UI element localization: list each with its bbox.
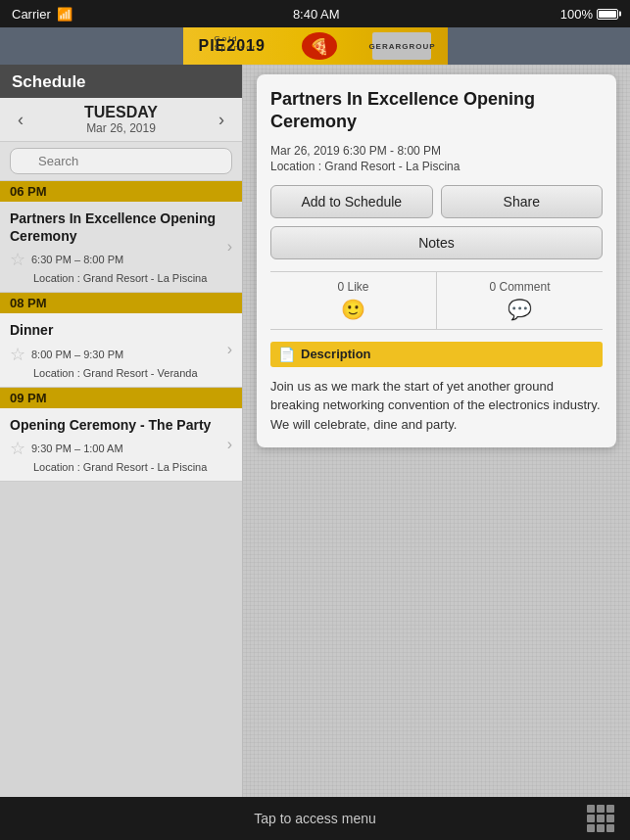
next-day-button[interactable]: › [213,108,230,132]
day-nav-title: TUESDAY Mar 26, 2019 [84,104,158,135]
item-content: Partners In Excellence Opening Ceremony … [10,210,223,284]
item-location: Location : Grand Resort - La Piscina [33,272,223,284]
status-bar: Carrier 📶 8:40 AM 100% [0,0,630,27]
schedule-list: 06 PM Partners In Excellence Opening Cer… [0,181,242,797]
main-content: Schedule ‹ TUESDAY Mar 26, 2019 › 🔍 06 P… [0,65,630,797]
prev-day-button[interactable]: ‹ [12,108,29,132]
comment-icon[interactable]: 💬 [508,298,532,321]
item-time: 8:00 PM – 9:30 PM [31,349,123,360]
schedule-item[interactable]: Partners In Excellence Opening Ceremony … [0,202,242,293]
banner-right-logo: GERARGROUP [372,32,431,60]
banner: PIE2019 Gold Sponsor 🍕 GERARGROUP [183,27,448,65]
tap-menu-text[interactable]: Tap to access menu [254,811,376,826]
notes-button[interactable]: Notes [270,226,603,259]
bottom-bar: Tap to access menu [0,797,630,840]
time-label: 8:40 AM [293,7,340,22]
day-date: Mar 26, 2019 [84,121,158,135]
schedule-item[interactable]: Dinner ☆ 8:00 PM – 9:30 PM Location : Gr… [0,313,242,387]
comment-section: 0 Comment 💬 [437,272,603,329]
banner-subtext: Gold Sponsor [215,34,266,52]
status-bar-left: Carrier 📶 [12,7,73,22]
action-buttons: Add to Schedule Share [270,185,603,218]
star-icon: ☆ [10,344,25,365]
status-bar-right: 100% [560,7,618,22]
item-arrow: › [227,210,232,284]
detail-title: Partners In Excellence Opening Ceremony [270,88,603,134]
item-arrow: › [227,321,232,378]
schedule-sidebar: Schedule ‹ TUESDAY Mar 26, 2019 › 🔍 06 P… [0,65,243,797]
detail-card: Partners In Excellence Opening Ceremony … [257,74,616,447]
star-icon: ☆ [10,438,25,459]
item-time: 6:30 PM – 8:00 PM [31,254,123,265]
day-name: TUESDAY [84,104,158,121]
comment-count: 0 Comment [489,280,550,294]
item-content: Dinner ☆ 8:00 PM – 9:30 PM Location : Gr… [10,321,223,378]
item-location: Location : Grand Resort - La Piscina [33,461,223,473]
item-time: 9:30 PM – 1:00 AM [31,443,123,454]
item-title: Partners In Excellence Opening Ceremony [10,210,223,245]
item-meta: ☆ 9:30 PM – 1:00 AM [10,438,223,459]
time-header-08pm: 08 PM [0,293,242,313]
item-meta: ☆ 6:30 PM – 8:00 PM [10,249,223,270]
like-icon[interactable]: 🙂 [341,298,365,321]
search-input[interactable] [10,148,232,174]
banner-emblem: 🍕 [302,32,337,60]
battery-percent: 100% [560,7,593,22]
wifi-icon: 📶 [57,7,73,22]
item-arrow: › [227,416,232,473]
description-text: Join us as we mark the start of yet anot… [270,377,603,435]
item-title: Dinner [10,321,223,339]
schedule-title: Schedule [12,72,86,91]
search-bar: 🔍 [0,142,242,181]
like-count: 0 Like [337,280,368,294]
detail-panel: Partners In Excellence Opening Ceremony … [243,65,630,797]
add-to-schedule-button[interactable]: Add to Schedule [270,185,433,218]
social-row: 0 Like 🙂 0 Comment 💬 [270,271,603,330]
detail-datetime: Mar 26, 2019 6:30 PM - 8:00 PM [270,144,603,158]
battery-icon [597,9,618,20]
item-meta: ☆ 8:00 PM – 9:30 PM [10,344,223,365]
time-header-09pm: 09 PM [0,388,242,408]
share-button[interactable]: Share [441,185,604,218]
description-header: 📄 Description [270,342,603,367]
description-icon: 📄 [278,347,295,362]
item-location: Location : Grand Resort - Veranda [33,367,223,379]
like-section: 0 Like 🙂 [270,272,437,329]
description-label: Description [301,347,371,361]
schedule-header: Schedule [0,65,242,98]
item-title: Opening Ceremony - The Party [10,416,223,434]
carrier-label: Carrier [12,7,51,22]
item-content: Opening Ceremony - The Party ☆ 9:30 PM –… [10,416,223,473]
time-header-06pm: 06 PM [0,181,242,202]
grid-menu-icon[interactable] [587,805,614,832]
day-nav: ‹ TUESDAY Mar 26, 2019 › [0,98,242,142]
star-icon: ☆ [10,249,25,270]
schedule-item[interactable]: Opening Ceremony - The Party ☆ 9:30 PM –… [0,408,242,482]
detail-location: Location : Grand Resort - La Piscina [270,160,603,173]
